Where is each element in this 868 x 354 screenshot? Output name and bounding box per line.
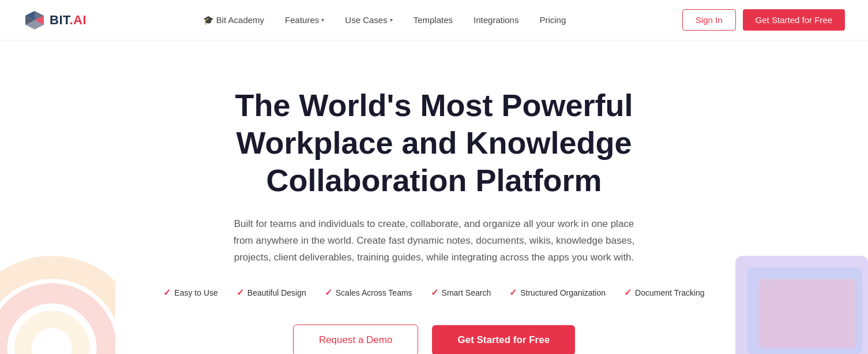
check-icon-design: ✓ <box>236 287 244 298</box>
request-demo-button[interactable]: Request a Demo <box>293 325 419 354</box>
features-row: ✓ Easy to Use ✓ Beautiful Design ✓ Scale… <box>163 287 704 298</box>
nav-label-templates: Templates <box>414 15 453 25</box>
navbar: BIT.AI 🎓 Bit Academy Features ▾ Use Case… <box>0 0 868 40</box>
feature-structured-org: ✓ Structured Organization <box>509 287 606 298</box>
nav-item-use-cases[interactable]: Use Cases ▾ <box>345 15 392 25</box>
nav-link-use-cases[interactable]: Use Cases ▾ <box>345 15 392 25</box>
check-icon-scales: ✓ <box>325 287 332 298</box>
hero-title: The World's Most Powerful Workplace and … <box>186 87 682 199</box>
check-icon-org: ✓ <box>509 287 517 298</box>
nav-label-features: Features <box>285 15 319 25</box>
get-started-free-button[interactable]: Get Started for Free <box>432 325 575 354</box>
hero-subtitle: Built for teams and individuals to creat… <box>232 216 636 266</box>
bit-ai-logo-icon <box>23 10 46 31</box>
nav-item-templates[interactable]: Templates <box>414 15 453 25</box>
nav-item-integrations[interactable]: Integrations <box>474 15 518 25</box>
logo-ai: .AI <box>70 13 87 27</box>
nav-link-academy[interactable]: 🎓 Bit Academy <box>203 15 264 25</box>
feature-label-org: Structured Organization <box>520 288 606 297</box>
nav-label-integrations: Integrations <box>474 15 518 25</box>
hero-title-line2: Workplace and Knowledge Collaboration Pl… <box>236 125 632 198</box>
feature-label-tracking: Document Tracking <box>635 288 705 297</box>
feature-label-search: Smart Search <box>442 288 491 297</box>
check-icon-tracking: ✓ <box>624 287 632 298</box>
logo-text: BIT.AI <box>50 13 87 28</box>
get-started-nav-button[interactable]: Get Started for Free <box>743 9 845 31</box>
chevron-down-icon-features: ▾ <box>321 17 324 23</box>
nav-label-pricing: Pricing <box>539 15 566 25</box>
logo-bit: BIT <box>50 13 70 27</box>
nav-item-academy[interactable]: 🎓 Bit Academy <box>203 15 264 25</box>
feature-label-scales: Scales Across Teams <box>336 288 412 297</box>
nav-link-pricing[interactable]: Pricing <box>539 15 566 25</box>
logo[interactable]: BIT.AI <box>23 10 87 31</box>
check-icon-easy: ✓ <box>163 287 171 298</box>
cta-buttons: Request a Demo Get Started for Free <box>293 325 575 354</box>
feature-scales-teams: ✓ Scales Across Teams <box>325 287 412 298</box>
nav-label-academy: Bit Academy <box>216 15 264 25</box>
nav-actions: Sign In Get Started for Free <box>682 9 845 31</box>
nav-links: 🎓 Bit Academy Features ▾ Use Cases ▾ Tem… <box>203 15 566 25</box>
nav-item-pricing[interactable]: Pricing <box>539 15 566 25</box>
nav-label-use-cases: Use Cases <box>345 15 387 25</box>
nav-link-templates[interactable]: Templates <box>414 15 453 25</box>
check-icon-search: ✓ <box>431 287 438 298</box>
feature-doc-tracking: ✓ Document Tracking <box>624 287 705 298</box>
hero-title-line1: The World's Most Powerful <box>235 88 633 122</box>
nav-link-features[interactable]: Features ▾ <box>285 15 324 25</box>
feature-label-easy: Easy to Use <box>174 288 217 297</box>
hero-section: The World's Most Powerful Workplace and … <box>0 40 868 354</box>
nav-item-features[interactable]: Features ▾ <box>285 15 324 25</box>
chevron-down-icon-use-cases: ▾ <box>390 17 393 23</box>
feature-easy-to-use: ✓ Easy to Use <box>163 287 217 298</box>
feature-smart-search: ✓ Smart Search <box>431 287 491 298</box>
signin-button[interactable]: Sign In <box>682 9 736 31</box>
nav-link-integrations[interactable]: Integrations <box>474 15 518 25</box>
academy-icon: 🎓 <box>203 15 214 25</box>
feature-beautiful-design: ✓ Beautiful Design <box>236 287 306 298</box>
feature-label-design: Beautiful Design <box>247 288 306 297</box>
